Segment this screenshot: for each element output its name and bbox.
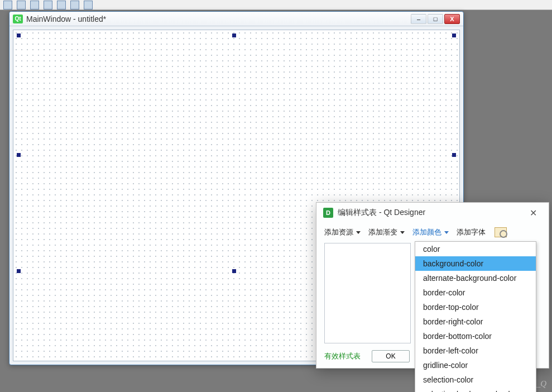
- button-label: 添加资源: [324, 227, 353, 237]
- add-font-button[interactable]: 添加字体: [457, 227, 486, 237]
- resize-handle[interactable]: [17, 269, 21, 273]
- add-color-button[interactable]: 添加颜色: [412, 227, 449, 237]
- resize-handle[interactable]: [232, 269, 236, 273]
- ok-button[interactable]: OK: [372, 350, 410, 362]
- designer-icon: D: [323, 208, 333, 218]
- resize-handle[interactable]: [452, 153, 456, 157]
- dialog-title: 编辑样式表 - Qt Designer: [338, 208, 524, 218]
- menu-item-gridline-color[interactable]: gridline-color: [415, 358, 536, 372]
- chevron-down-icon: [400, 231, 405, 234]
- button-label: 添加颜色: [412, 227, 441, 237]
- toolbar-icon[interactable]: [57, 1, 66, 9]
- add-resource-button[interactable]: 添加资源: [324, 227, 361, 237]
- toolbar-icon[interactable]: [70, 1, 79, 9]
- maximize-button[interactable]: □: [428, 14, 443, 24]
- menu-item-background-color[interactable]: background-color: [415, 256, 536, 271]
- close-button[interactable]: X: [444, 14, 460, 24]
- chevron-down-icon: [356, 231, 361, 234]
- toolbar-icon[interactable]: [84, 1, 93, 9]
- menu-item-selection-color[interactable]: selection-color: [415, 372, 536, 387]
- toolbar-icon[interactable]: [3, 1, 12, 9]
- close-icon[interactable]: ✕: [524, 205, 542, 221]
- dialog-toolbar: 添加资源 添加渐变 添加颜色 添加字体: [316, 223, 549, 243]
- titlebar[interactable]: Qt MainWindow - untitled* – □ X: [9, 12, 463, 26]
- toolbar-icon[interactable]: [17, 1, 26, 9]
- window-controls: – □ X: [411, 14, 460, 24]
- chevron-down-icon: [444, 231, 449, 234]
- resize-handle[interactable]: [232, 34, 236, 37]
- resize-handle[interactable]: [17, 153, 21, 157]
- valid-stylesheet-label: 有效样式表: [324, 351, 361, 361]
- menu-item-border-left-color[interactable]: border-left-color: [415, 343, 536, 358]
- menu-item-border-right-color[interactable]: border-right-color: [415, 314, 536, 329]
- resize-handle[interactable]: [17, 34, 21, 37]
- window-title: MainWindow - untitled*: [26, 15, 411, 23]
- app-toolbar: [0, 0, 552, 10]
- button-label: 添加渐变: [368, 227, 397, 237]
- button-label: 添加字体: [457, 227, 486, 237]
- stylesheet-editor[interactable]: [324, 243, 411, 343]
- dialog-titlebar[interactable]: D 编辑样式表 - Qt Designer ✕: [316, 203, 549, 223]
- font-picker-icon[interactable]: [495, 227, 507, 237]
- menu-item-border-color[interactable]: border-color: [415, 285, 536, 300]
- minimize-button[interactable]: –: [411, 14, 426, 24]
- toolbar-icon[interactable]: [30, 1, 39, 9]
- menu-item-color[interactable]: color: [415, 242, 536, 256]
- toolbar-icon[interactable]: [44, 1, 52, 9]
- menu-item-border-top-color[interactable]: border-top-color: [415, 300, 536, 314]
- menu-item-border-bottom-color[interactable]: border-bottom-color: [415, 329, 536, 343]
- resize-handle[interactable]: [452, 34, 456, 37]
- menu-item-selection-background-color[interactable]: selection-background-color: [415, 387, 536, 392]
- menu-item-alternate-background-color[interactable]: alternate-background-color: [415, 271, 536, 285]
- qt-icon: Qt: [13, 15, 23, 23]
- color-dropdown-menu: colorbackground-coloralternate-backgroun…: [415, 241, 536, 392]
- add-gradient-button[interactable]: 添加渐变: [368, 227, 405, 237]
